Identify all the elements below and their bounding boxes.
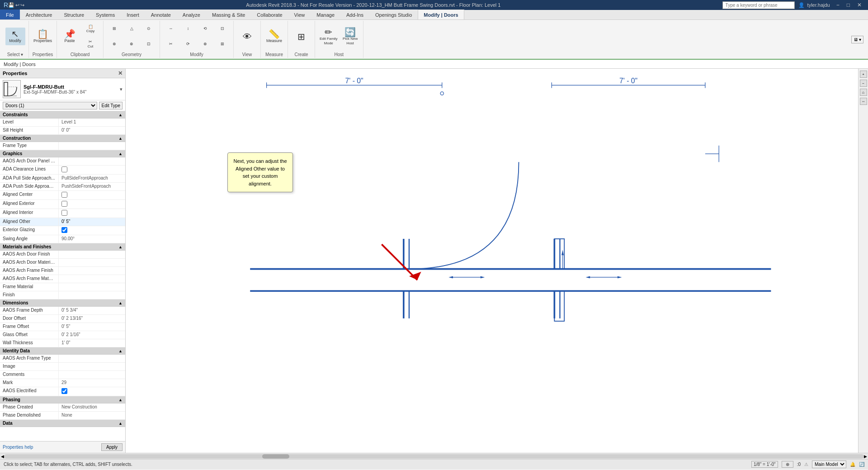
tab-collaborate[interactable]: Collaborate	[251, 9, 288, 19]
modify-offset-btn[interactable]: ↕	[180, 25, 196, 32]
modify-trim-btn[interactable]: ⊗	[197, 41, 213, 47]
prop-value-aligned-interior[interactable]	[59, 209, 125, 218]
tab-architecture[interactable]: Architecture	[20, 9, 58, 19]
prop-value-ada-pull[interactable]: PullSideFrontApproach	[59, 175, 125, 182]
scroll-left-button[interactable]: ◀	[1, 454, 4, 459]
section-constraints[interactable]: Constraints ▲	[0, 111, 125, 119]
section-materials[interactable]: Materials and Finishes ▲	[0, 243, 125, 251]
apply-button[interactable]: Apply	[101, 443, 123, 451]
section-data[interactable]: Data ▲	[0, 420, 125, 427]
view-dropdown-button[interactable]: 🖥 ▾	[851, 36, 863, 43]
prop-value-wall-thickness[interactable]: 1' 0"	[59, 339, 125, 347]
prop-value-frame-finish[interactable]	[59, 267, 125, 275]
zoom-out-button[interactable]: −	[860, 80, 867, 87]
prop-value-exterior-glazing[interactable]	[59, 226, 125, 235]
paste-button[interactable]: 📌 Paste	[60, 28, 80, 45]
prop-instance-selector[interactable]: Doors (1)	[3, 102, 97, 109]
aligned-interior-checkbox[interactable]	[61, 210, 67, 216]
tab-annotate[interactable]: Annotate	[145, 9, 177, 19]
geometry-btn-6[interactable]: ⊡	[141, 41, 157, 47]
section-identity[interactable]: Identity Data ▲	[0, 347, 125, 355]
properties-help-link[interactable]: Properties help	[3, 445, 33, 450]
prop-value-phase-demolished[interactable]: None	[59, 412, 125, 419]
properties-ribbon-button[interactable]: 📋 Properties	[32, 28, 54, 45]
modify-move-btn[interactable]: ⊡	[214, 25, 231, 32]
sync-icon[interactable]: 🔄	[859, 462, 864, 467]
prop-value-glass-offset[interactable]: 0' 2 1/16"	[59, 331, 125, 339]
tab-modify-doors[interactable]: Modify | Doors	[418, 9, 464, 19]
prop-value-comments[interactable]	[59, 371, 125, 379]
prop-value-door-offset[interactable]: 0' 2 13/16"	[59, 315, 125, 323]
section-construction[interactable]: Construction ▲	[0, 135, 125, 142]
prop-value-frame-type[interactable]	[59, 142, 125, 150]
prop-value-aligned-center[interactable]	[59, 191, 125, 199]
copy-button[interactable]: 📋 Copy	[80, 24, 100, 34]
scroll-thumb[interactable]	[262, 454, 289, 459]
electrified-checkbox[interactable]	[61, 388, 67, 394]
geometry-btn-1[interactable]: ⊞	[106, 25, 123, 32]
prop-value-frame-mat[interactable]	[59, 283, 125, 291]
prop-value-level[interactable]: Level 1	[59, 119, 125, 126]
prop-value-arch-door-panel[interactable]	[59, 157, 125, 165]
prop-value-mark[interactable]: 29	[59, 379, 125, 387]
zoom-in-button[interactable]: +	[860, 71, 867, 78]
exterior-glazing-checkbox[interactable]	[61, 227, 67, 233]
measure-button[interactable]: 📏 Measure	[264, 28, 284, 45]
prop-value-frame-depth[interactable]: 0' 5 3/4"	[59, 307, 125, 314]
pan-button[interactable]: ↔	[860, 98, 867, 105]
prop-value-ada-clearance[interactable]	[59, 166, 125, 174]
modify-rotate-btn[interactable]: ⟳	[180, 41, 196, 47]
properties-close-button[interactable]: ✕	[118, 70, 123, 76]
prop-value-sill-height[interactable]: 0' 0"	[59, 127, 125, 134]
prop-value-door-finish[interactable]	[59, 251, 125, 258]
model-selector[interactable]: Main Model	[812, 461, 846, 468]
tab-manage[interactable]: Manage	[311, 9, 340, 19]
cut-button[interactable]: ✂ Cut	[80, 38, 100, 49]
ada-clearance-checkbox[interactable]	[61, 166, 67, 172]
prop-value-frame-offset[interactable]: 0' 5"	[59, 323, 125, 331]
maximize-button[interactable]: □	[844, 2, 853, 8]
prop-value-arch-frame-type[interactable]	[59, 355, 125, 362]
prop-value-finish[interactable]	[59, 291, 125, 299]
zoom-fit-button[interactable]: ⌂	[860, 89, 867, 96]
modify-align-btn[interactable]: ↔	[163, 25, 179, 32]
modify-copy-btn[interactable]: ✂	[163, 41, 179, 47]
aligned-center-checkbox[interactable]	[61, 192, 67, 198]
geometry-btn-3[interactable]: ⊙	[141, 25, 157, 32]
prop-value-aligned-exterior[interactable]	[59, 200, 125, 209]
scroll-track[interactable]	[4, 454, 864, 459]
view-button[interactable]: 👁	[237, 30, 257, 43]
section-phasing[interactable]: Phasing ▲	[0, 396, 125, 404]
prop-value-frame-material[interactable]	[59, 275, 125, 283]
section-graphics[interactable]: Graphics ▲	[0, 150, 125, 157]
geometry-btn-5[interactable]: ⊕	[123, 41, 140, 47]
canvas-area[interactable]: 7' - 0" 7' - 0"	[126, 69, 868, 453]
geometry-btn-4[interactable]: ⊗	[106, 41, 123, 47]
prop-value-phase-created[interactable]: New Construction	[59, 404, 125, 411]
close-button[interactable]: ✕	[854, 2, 864, 8]
aligned-exterior-checkbox[interactable]	[61, 201, 67, 207]
modify-button[interactable]: ↖ Modify	[5, 28, 25, 45]
tab-view[interactable]: View	[288, 9, 311, 19]
geometry-btn-2[interactable]: △	[123, 25, 140, 32]
scroll-right-button[interactable]: ▶	[864, 454, 867, 459]
edit-type-button[interactable]: Edit Type	[99, 102, 123, 109]
tab-analyze[interactable]: Analyze	[177, 9, 206, 19]
quick-access-save[interactable]: 💾	[8, 2, 14, 8]
workset-indicator[interactable]: ⊕	[782, 461, 793, 468]
quick-access-undo[interactable]: ↩	[15, 2, 19, 8]
modify-mirror-btn[interactable]: ⟲	[197, 25, 213, 32]
tab-file[interactable]: File	[0, 9, 20, 19]
tab-systems[interactable]: Systems	[90, 9, 121, 19]
prop-value-aligned-other[interactable]: 0' 5"	[59, 218, 125, 226]
create-button[interactable]: ⊞	[292, 30, 311, 43]
prop-value-image[interactable]	[59, 363, 125, 370]
section-dimensions[interactable]: Dimensions ▲	[0, 299, 125, 307]
tab-massing[interactable]: Massing & Site	[206, 9, 251, 19]
prop-value-ada-push[interactable]: PushSideFrontApproach	[59, 183, 125, 190]
minimize-button[interactable]: −	[834, 2, 842, 8]
quick-access-redo[interactable]: ↪	[20, 2, 24, 8]
tab-addins[interactable]: Add-Ins	[340, 9, 369, 19]
modify-split-btn[interactable]: ⊞	[214, 41, 231, 47]
tab-structure[interactable]: Structure	[58, 9, 90, 19]
